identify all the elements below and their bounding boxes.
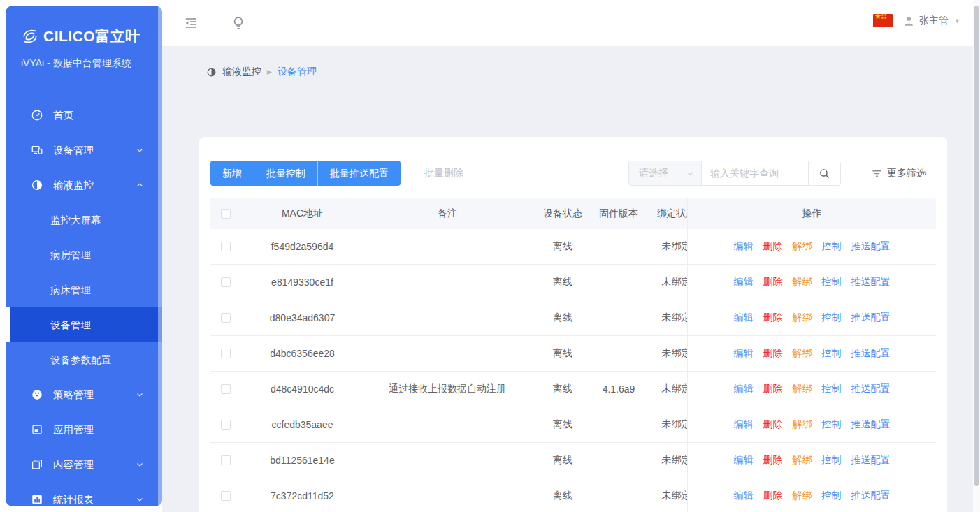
row-checkbox[interactable]	[221, 455, 231, 465]
sidebar-menu: 首页 设备管理 输液监控 监控大屏幕 病房管理 病床管理	[6, 98, 162, 506]
search-button[interactable]	[808, 161, 840, 185]
select-all-checkbox[interactable]	[221, 209, 231, 219]
sidebar-item-statistics-report[interactable]: 统计报表	[6, 482, 162, 506]
row-actions: 编辑 删除 解绑 控制 推送配置	[687, 300, 936, 335]
sidebar-subitem-device-mgmt-active[interactable]: 设备管理	[6, 307, 162, 342]
batch-control-button[interactable]: 批量控制	[254, 161, 317, 186]
unbind-link[interactable]: 解绑	[793, 383, 812, 395]
filter-icon	[872, 168, 882, 179]
sidebar-item-content-mgmt[interactable]: 内容管理	[6, 447, 162, 482]
sidebar-item-app-mgmt[interactable]: 应用管理	[6, 412, 162, 447]
push-config-link[interactable]: 推送配置	[851, 347, 891, 360]
delete-link[interactable]: 删除	[763, 240, 783, 253]
user-caret-icon: ▼	[954, 17, 960, 24]
row-checkbox[interactable]	[221, 313, 231, 323]
push-config-link[interactable]: 推送配置	[851, 276, 891, 288]
sidebar-subitem-monitor-screen[interactable]: 监控大屏幕	[6, 203, 162, 237]
unbind-link[interactable]: 解绑	[793, 312, 812, 324]
content-icon	[31, 458, 43, 471]
edit-link[interactable]: 编辑	[734, 418, 754, 431]
status-cell: 离线	[531, 454, 594, 467]
chevron-down-icon	[136, 460, 144, 469]
delete-link[interactable]: 删除	[763, 454, 783, 467]
push-config-link[interactable]: 推送配置	[851, 383, 891, 395]
cilico-logo-icon	[21, 27, 39, 45]
control-link[interactable]: 控制	[822, 383, 842, 395]
edit-link[interactable]: 编辑	[734, 347, 754, 360]
unbind-link[interactable]: 解绑	[793, 454, 812, 467]
chevron-up-icon	[136, 181, 144, 189]
unbind-link[interactable]: 解绑	[793, 240, 812, 253]
header-firmware: 固件版本	[594, 207, 643, 220]
mac-cell: d48c4910c4dc	[241, 383, 363, 395]
batch-delete-button[interactable]: 批量删除	[424, 167, 463, 180]
add-button[interactable]: 新增	[210, 161, 254, 186]
filter-select[interactable]: 请选择	[629, 161, 702, 185]
control-link[interactable]: 控制	[822, 276, 842, 288]
row-checkbox[interactable]	[221, 420, 231, 430]
lightbulb-icon[interactable]	[231, 15, 246, 31]
push-config-link[interactable]: 推送配置	[851, 490, 891, 502]
edit-link[interactable]: 编辑	[734, 383, 754, 395]
row-checkbox[interactable]	[221, 277, 231, 287]
push-config-link[interactable]: 推送配置	[851, 418, 891, 431]
delete-link[interactable]: 删除	[763, 418, 783, 431]
brand-name: CILICO富立叶	[43, 27, 140, 46]
row-actions: 编辑 删除 解绑 控制 推送配置	[687, 229, 936, 264]
sidebar-item-label: 统计报表	[53, 493, 94, 506]
control-link[interactable]: 控制	[822, 347, 842, 360]
sidebar-subitem-label: 监控大屏幕	[50, 214, 101, 227]
edit-link[interactable]: 编辑	[734, 454, 754, 467]
row-checkbox[interactable]	[221, 242, 231, 251]
push-config-link[interactable]: 推送配置	[851, 454, 891, 467]
device-table: MAC地址 备注 设备状态 固件版本 绑定状态 操作 f549d2a596d4 …	[210, 198, 936, 512]
page-scrollbar[interactable]	[973, 0, 980, 512]
brand-subtitle: iVYAi - 数据中台管理系统	[21, 57, 162, 70]
keyword-search-input[interactable]	[702, 161, 808, 185]
user-menu[interactable]: 张主管 ▼	[902, 15, 960, 27]
row-checkbox[interactable]	[221, 349, 231, 358]
collapse-menu-icon[interactable]	[183, 15, 199, 31]
row-checkbox[interactable]	[221, 491, 231, 501]
delete-link[interactable]: 删除	[763, 347, 783, 360]
sidebar-scrollbar[interactable]	[158, 6, 162, 506]
table-body: f549d2a596d4 离线 未绑定 编辑 删除 解绑 控制 推送配置 e81…	[210, 229, 936, 512]
control-link[interactable]: 控制	[822, 240, 842, 253]
unbind-link[interactable]: 解绑	[793, 490, 812, 502]
unbind-link[interactable]: 解绑	[793, 276, 812, 288]
control-link[interactable]: 控制	[822, 418, 842, 431]
edit-link[interactable]: 编辑	[734, 240, 754, 253]
control-link[interactable]: 控制	[822, 454, 842, 467]
control-link[interactable]: 控制	[822, 312, 842, 324]
push-config-link[interactable]: 推送配置	[851, 240, 891, 253]
chevron-down-icon	[136, 146, 144, 154]
delete-link[interactable]: 删除	[763, 312, 783, 324]
sidebar-item-strategy-mgmt[interactable]: 策略管理	[6, 377, 162, 412]
unbind-link[interactable]: 解绑	[793, 347, 812, 360]
status-cell: 离线	[531, 276, 594, 288]
breadcrumb-page[interactable]: 设备管理	[278, 66, 317, 78]
edit-link[interactable]: 编辑	[734, 276, 754, 288]
sidebar-subitem-ward-mgmt[interactable]: 病房管理	[6, 237, 162, 272]
primary-button-group: 新增 批量控制 批量推送配置	[210, 161, 401, 186]
more-filters-button[interactable]: 更多筛选	[872, 167, 926, 180]
delete-link[interactable]: 删除	[763, 490, 783, 502]
sidebar-subitem-bed-mgmt[interactable]: 病床管理	[6, 272, 162, 307]
unbind-link[interactable]: 解绑	[793, 418, 812, 431]
delete-link[interactable]: 删除	[763, 276, 783, 288]
sidebar-item-infusion-monitor[interactable]: 输液监控	[6, 168, 162, 203]
delete-link[interactable]: 删除	[763, 383, 783, 395]
batch-push-config-button[interactable]: 批量推送配置	[317, 161, 401, 186]
control-link[interactable]: 控制	[822, 490, 842, 502]
push-config-link[interactable]: 推送配置	[851, 312, 891, 324]
status-cell: 离线	[531, 418, 594, 431]
edit-link[interactable]: 编辑	[734, 312, 754, 324]
header-mac: MAC地址	[241, 207, 363, 220]
china-flag-icon[interactable]: ★ ★★★★	[873, 14, 893, 27]
page-scrollbar-thumb[interactable]	[974, 6, 979, 486]
sidebar-item-home[interactable]: 首页	[6, 98, 162, 133]
sidebar-subitem-device-params[interactable]: 设备参数配置	[6, 342, 162, 377]
row-checkbox[interactable]	[221, 384, 231, 394]
edit-link[interactable]: 编辑	[734, 490, 754, 502]
sidebar-item-device-mgmt[interactable]: 设备管理	[6, 133, 162, 168]
